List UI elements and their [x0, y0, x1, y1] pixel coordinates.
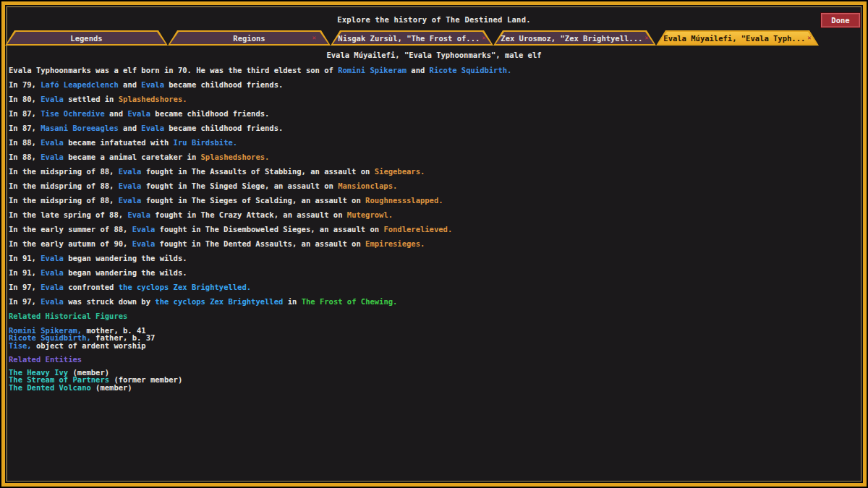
page-title: Explore the history of The Destined Land…: [0, 14, 868, 25]
event-text: object of ardent worship: [32, 341, 146, 350]
event-text: In 97,: [9, 297, 41, 306]
event-text: In 97,: [9, 283, 41, 291]
legend-link[interactable]: Evala: [41, 297, 64, 306]
legend-link[interactable]: Mutegrowl.: [347, 210, 393, 219]
legend-link[interactable]: Splashedshores.: [119, 95, 187, 103]
tab-evala-m-yailefi-evala-typh[interactable]: Evala Múyailefi, "Evala Typh...✕: [656, 30, 819, 46]
done-button[interactable]: Done: [821, 13, 860, 27]
legend-link[interactable]: Splashedshores.: [201, 153, 270, 161]
event-text: (member): [91, 383, 132, 392]
legend-link[interactable]: Evala: [127, 109, 150, 118]
tab-label-text: Evala Múyailefi, "Evala Typh...: [663, 34, 805, 43]
tab-close-icon[interactable]: ✕: [312, 35, 316, 41]
event-line: In 97, Evala was struck down by the cycl…: [9, 294, 841, 309]
event-line: In the early autumn of 90, Evala fought …: [9, 236, 841, 251]
legend-link[interactable]: Evala: [119, 167, 142, 176]
event-text: in: [283, 297, 301, 306]
event-text: fought in The Sieges of Scalding, an ass…: [141, 196, 365, 205]
event-text: In 88,: [9, 138, 41, 147]
event-line: In the early summer of 88, Evala fought …: [9, 222, 841, 236]
event-text: and: [105, 109, 128, 118]
tab-label-text: Zex Urosmoz, "Zex Brightyell...: [501, 34, 642, 43]
legend-link[interactable]: Ricote Squidbirth.: [430, 66, 512, 74]
legend-link[interactable]: Evala: [132, 225, 156, 234]
legend-link[interactable]: Evala: [119, 196, 142, 205]
legend-link[interactable]: Masani Boreeagles: [41, 124, 118, 132]
event-line: In 79, Lafó Leapedclench and Evala becam…: [9, 77, 841, 92]
figure-heading: Evala Múyailefi, "Evala Typhoonmarks", m…: [0, 50, 868, 60]
event-text: began wandering the wilds.: [64, 268, 187, 277]
event-text: became childhood friends.: [150, 109, 269, 118]
tab-nisgak-zurs-l-the-frost-of[interactable]: Nisgak Zursùl, "The Frost of...✕: [331, 30, 493, 46]
event-log: Evala Typhoonmarks was a elf born in 70.…: [9, 63, 841, 309]
event-line: In 88, Evala became infatuated with Iru …: [9, 135, 841, 150]
event-text: fought in The Crazy Attack, an assault o…: [150, 210, 347, 219]
legend-link[interactable]: the cyclops Zex Brightyelled.: [119, 283, 251, 291]
event-line: In the late spring of 88, Evala fought i…: [9, 207, 841, 222]
tab-label-text: Legends: [70, 34, 102, 43]
event-line: In the midspring of 88, Evala fought in …: [9, 193, 841, 207]
legend-link[interactable]: Evala: [41, 95, 64, 103]
tab-label: Regions: [168, 30, 331, 46]
event-text: began wandering the wilds.: [64, 254, 187, 262]
legend-link[interactable]: Lafó Leapedclench: [41, 80, 118, 89]
legend-link[interactable]: Tise,: [9, 341, 32, 350]
legend-link[interactable]: Evala: [132, 239, 156, 248]
legend-link[interactable]: Evala: [141, 124, 164, 132]
event-line: In 80, Evala settled in Splashedshores.: [9, 92, 841, 106]
legend-link[interactable]: the cyclops Zex Brightyelled: [155, 297, 283, 306]
event-text: In 80,: [9, 95, 41, 103]
tab-zex-urosmoz-zex-brightyell[interactable]: Zex Urosmoz, "Zex Brightyell...✕: [493, 30, 656, 46]
legend-link[interactable]: Fondlerelieved.: [383, 225, 452, 234]
related-entity-row: The Dented Volcano (member): [9, 384, 182, 391]
legend-link[interactable]: Tise Ochredive: [41, 109, 105, 118]
legend-link[interactable]: Evala: [41, 138, 64, 147]
event-text: In 87,: [9, 124, 41, 132]
tab-label-text: Nisgak Zursùl, "The Frost of...: [338, 34, 480, 43]
event-text: fought in The Singed Siege, an assault o…: [141, 181, 338, 190]
event-text: In the late spring of 88,: [9, 210, 127, 219]
event-line: In the midspring of 88, Evala fought in …: [9, 179, 841, 193]
event-line: In 91, Evala began wandering the wilds.: [9, 265, 841, 280]
legend-link[interactable]: The Frost of Chewing.: [302, 297, 398, 306]
related-figures-list: Romini Spikeram, mother, b. 41Ricote Squ…: [9, 327, 155, 349]
event-text: In 91,: [9, 254, 41, 262]
tab-close-icon[interactable]: ✕: [482, 35, 485, 41]
tab-regions[interactable]: Regions✕: [168, 30, 331, 46]
event-text: In the midspring of 88,: [9, 181, 119, 190]
legend-link[interactable]: Evala: [41, 283, 64, 291]
legend-link[interactable]: Evala: [127, 210, 150, 219]
event-text: Evala Typhoonmarks was a elf born in 70.…: [9, 66, 338, 74]
tab-label: Zex Urosmoz, "Zex Brightyell...✕: [493, 30, 656, 46]
legend-link[interactable]: Evala: [41, 268, 64, 277]
related-entities-list: The Heavy Ivy (member)The Stream of Part…: [9, 369, 182, 391]
event-text: fought in The Dented Assaults, an assaul…: [155, 239, 365, 248]
legend-link[interactable]: The Dented Volcano: [9, 383, 91, 392]
event-text: In the midspring of 88,: [9, 167, 119, 176]
event-line: In 97, Evala confronted the cyclops Zex …: [9, 280, 841, 294]
event-text: became a animal caretaker in: [64, 153, 201, 161]
tab-close-icon[interactable]: ✕: [644, 35, 648, 41]
event-text: fought in The Disemboweled Sieges, an as…: [155, 225, 383, 234]
tab-close-icon[interactable]: ✕: [807, 35, 811, 41]
legend-link[interactable]: Roughnessslapped.: [365, 196, 443, 205]
legend-link[interactable]: Mansionclaps.: [338, 181, 397, 190]
event-text: settled in: [64, 95, 119, 103]
legend-link[interactable]: Evala: [41, 254, 64, 262]
event-text: confronted: [64, 283, 119, 291]
legend-link[interactable]: Iru Birdsbite.: [174, 138, 238, 147]
event-line: Evala Typhoonmarks was a elf born in 70.…: [9, 63, 841, 77]
legend-link[interactable]: Evala: [41, 153, 64, 161]
event-text: In 91,: [9, 268, 41, 277]
legend-link[interactable]: Siegebears.: [375, 167, 425, 176]
tab-label: Legends: [5, 30, 168, 46]
tab-legends[interactable]: Legends: [5, 30, 168, 46]
event-line: In 87, Tise Ochredive and Evala became c…: [9, 106, 841, 121]
related-figure-row: Tise, object of ardent worship: [9, 342, 155, 349]
legend-link[interactable]: Evala: [141, 80, 164, 89]
legend-link[interactable]: Empiresieges.: [365, 239, 425, 248]
legend-link[interactable]: Evala: [119, 181, 142, 190]
event-text: and: [119, 124, 142, 132]
legend-link[interactable]: Romini Spikeram: [338, 66, 407, 74]
event-text: In 88,: [9, 153, 41, 161]
